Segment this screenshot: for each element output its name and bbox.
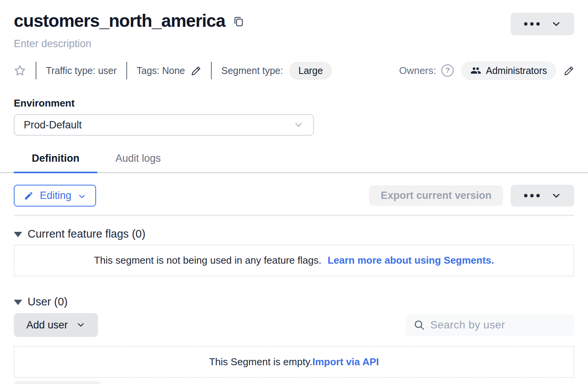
feature-flags-section-toggle[interactable]: Current feature flags (0)	[14, 228, 574, 240]
collapse-triangle-icon	[14, 300, 22, 305]
editing-mode-button[interactable]: Editing	[14, 185, 96, 207]
search-icon	[413, 319, 425, 331]
editing-label: Editing	[40, 190, 72, 202]
page-title: customers_north_america	[14, 11, 225, 31]
environment-selected-value: Prod-Default	[24, 119, 82, 131]
owners-badge[interactable]: Administrators	[461, 61, 556, 80]
learn-more-segments-link[interactable]: Learn more about using Segments.	[328, 254, 494, 266]
traffic-type-label: Traffic type: user	[46, 65, 117, 76]
user-controls-row: Add user	[14, 313, 574, 337]
tab-bar: Definition Audit logs	[0, 153, 588, 173]
export-current-version-button[interactable]: Export current version	[369, 185, 503, 206]
star-favorite-icon[interactable]	[14, 64, 26, 77]
people-icon	[470, 65, 481, 76]
import-via-api-link[interactable]: Import via API	[312, 356, 379, 368]
user-search-box	[406, 314, 574, 336]
meta-row: Traffic type: user Tags: None Segment ty…	[14, 61, 574, 80]
ellipsis-icon	[524, 194, 540, 197]
divider	[211, 62, 212, 79]
collapse-triangle-icon	[14, 232, 22, 237]
divider	[126, 62, 127, 79]
owners-help-icon[interactable]: ?	[441, 64, 454, 77]
chevron-down-icon	[78, 192, 86, 200]
user-section-title: User (0)	[28, 295, 68, 308]
feature-flags-section-title: Current feature flags (0)	[28, 228, 145, 240]
clipped-bottom-element	[14, 381, 101, 384]
pencil-icon	[24, 191, 34, 201]
environment-label: Environment	[14, 97, 574, 109]
user-section-toggle[interactable]: User (0)	[14, 295, 574, 308]
tags-label: Tags: None	[137, 65, 185, 76]
feature-flags-empty-text: This segment is not being used in any fe…	[94, 254, 321, 266]
user-empty-state: This Segment is empty.Import via API	[14, 346, 574, 378]
divider	[36, 62, 36, 79]
copy-icon[interactable]	[233, 15, 244, 28]
chevron-down-icon	[293, 120, 304, 130]
feature-flags-empty-state: This segment is not being used in any fe…	[14, 245, 574, 276]
tab-audit-logs[interactable]: Audit logs	[97, 153, 179, 172]
definition-toolbar: Editing Export current version	[14, 185, 574, 207]
segment-empty-text: This Segment is empty.	[209, 356, 312, 368]
segment-type-label: Segment type:	[221, 65, 283, 76]
definition-more-actions-button[interactable]	[511, 185, 574, 207]
tab-definition[interactable]: Definition	[14, 153, 97, 172]
divider	[14, 215, 574, 216]
header-more-actions-button[interactable]	[511, 13, 574, 35]
chevron-down-icon	[551, 19, 561, 29]
title-row: customers_north_america	[14, 11, 574, 31]
add-user-label: Add user	[26, 319, 68, 331]
segment-detail-page: customers_north_america Enter descriptio…	[0, 11, 588, 378]
environment-select[interactable]: Prod-Default	[14, 114, 314, 136]
edit-owners-icon[interactable]	[564, 66, 574, 76]
search-by-user-input[interactable]	[430, 319, 567, 331]
owners-label: Owners:	[399, 65, 436, 77]
ellipsis-icon	[524, 22, 540, 26]
owners-value: Administrators	[486, 65, 547, 76]
chevron-down-icon	[551, 191, 561, 201]
chevron-down-icon	[76, 320, 85, 330]
segment-type-badge: Large	[289, 62, 332, 80]
edit-tags-icon[interactable]	[191, 66, 201, 76]
add-user-button[interactable]: Add user	[14, 313, 98, 337]
description-placeholder[interactable]: Enter description	[14, 38, 574, 50]
